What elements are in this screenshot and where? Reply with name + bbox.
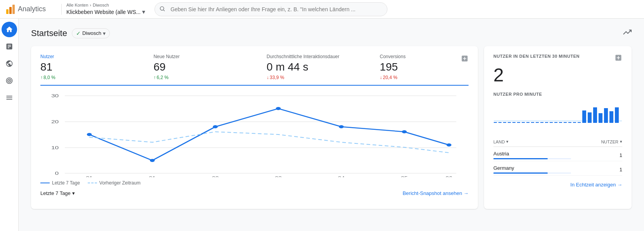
svg-text:02: 02 xyxy=(212,176,219,177)
metrics-row: Nutzer 81 ↑ 8,0 % Neue Nutzer 69 ↑ 6,2 % xyxy=(40,54,469,86)
search-area xyxy=(154,2,387,16)
breadcrumb-allkonten[interactable]: Alle Konten xyxy=(66,3,88,7)
realtime-link[interactable]: In Echtzeit anzeigen → xyxy=(493,182,622,188)
report-snapshot-link[interactable]: Bericht-Snapshot ansehen → xyxy=(403,190,469,196)
chevron-down-icon: ▾ xyxy=(142,8,145,16)
metric-conversions-change: ↓ 20,4 % xyxy=(380,75,455,80)
svg-point-24 xyxy=(402,130,407,133)
country-row-austria: Austria 1 xyxy=(493,147,622,161)
svg-text:30: 30 xyxy=(51,93,59,98)
legend-current-label: Letzte 7 Tage xyxy=(52,180,80,186)
chevron-down-icon: ▾ xyxy=(103,30,106,36)
time-selector[interactable]: Letzte 7 Tage ▾ xyxy=(40,190,75,196)
svg-point-0 xyxy=(160,7,164,10)
svg-rect-45 xyxy=(578,122,581,123)
page-badge[interactable]: ✓ Diwosch ▾ xyxy=(72,28,110,38)
chevron-down-icon: ▾ xyxy=(506,139,509,144)
page-title-left: Startseite ✓ Diwosch ▾ xyxy=(31,28,110,38)
chevron-down-icon: ▾ xyxy=(72,190,75,196)
badge-label: Diwosch xyxy=(82,30,101,36)
land-label: LAND xyxy=(493,140,505,144)
svg-rect-31 xyxy=(512,122,516,123)
analytics-logo-icon xyxy=(6,5,15,14)
logo-area: Analytics xyxy=(6,5,57,14)
svg-line-1 xyxy=(163,10,165,11)
metric-interaktion-label: Durchschnittliche Interaktionsdauer xyxy=(267,54,373,59)
metric-neue-nutzer-change: ↑ 6,2 % xyxy=(153,75,260,80)
time-selector-label: Letzte 7 Tage xyxy=(40,190,71,196)
svg-rect-42 xyxy=(564,122,567,123)
svg-rect-51 xyxy=(609,111,613,123)
chart-svg: 30 20 10 0 31 Okt. 01 Nov. 02 03 04 05 0… xyxy=(40,92,469,177)
legend-previous-label: Vorheriger Zeitraum xyxy=(99,180,141,186)
chevron-down-icon: ▾ xyxy=(620,139,622,144)
metric-neue-nutzer: Neue Nutzer 69 ↑ 6,2 % xyxy=(153,54,266,80)
svg-rect-50 xyxy=(604,108,608,123)
sidebar-item-advertising[interactable] xyxy=(2,73,17,88)
add-metric-icon[interactable] xyxy=(461,54,469,80)
down-arrow-icon: ↓ xyxy=(380,75,382,80)
up-arrow-icon: ↑ xyxy=(153,75,156,80)
check-icon: ✓ xyxy=(76,30,81,36)
svg-rect-39 xyxy=(550,122,553,123)
sidebar-item-home[interactable] xyxy=(2,22,17,37)
svg-rect-33 xyxy=(522,122,525,123)
metric-neue-nutzer-value: 69 xyxy=(153,61,260,73)
report-link-label: Bericht-Snapshot ansehen → xyxy=(403,190,469,196)
svg-rect-29 xyxy=(503,122,506,123)
col-header-land[interactable]: LAND ▾ xyxy=(493,139,509,144)
nutzer-label: NUTZER xyxy=(601,140,618,144)
country-row-germany: Germany 1 xyxy=(493,161,622,176)
svg-rect-28 xyxy=(498,122,502,123)
svg-rect-48 xyxy=(593,107,597,123)
metric-interaktion-value: 0 m 44 s xyxy=(267,61,373,73)
realtime-header-row: NUTZER IN DEN LETZTEN 30 MINUTEN xyxy=(493,54,622,63)
svg-text:06: 06 xyxy=(446,176,453,177)
metric-conversions-value: 195 xyxy=(380,61,455,73)
sidebar-item-explore[interactable] xyxy=(2,56,17,71)
svg-rect-35 xyxy=(531,122,534,123)
svg-rect-30 xyxy=(508,122,511,123)
svg-text:10: 10 xyxy=(51,145,59,150)
svg-rect-46 xyxy=(582,110,586,123)
breadcrumb: Alle Konten › Diwosch Klickbeben Website… xyxy=(66,3,145,16)
add-realtime-icon[interactable] xyxy=(614,54,622,63)
metric-conversions: Conversions 195 ↓ 20,4 % xyxy=(380,54,461,80)
logo-bar-1 xyxy=(6,9,9,14)
legend-current: Letzte 7 Tage xyxy=(40,180,80,186)
country-cell-austria: Austria xyxy=(493,151,571,159)
breadcrumb-top: Alle Konten › Diwosch xyxy=(66,3,145,7)
svg-text:20: 20 xyxy=(51,119,59,124)
svg-rect-40 xyxy=(554,122,557,123)
svg-rect-49 xyxy=(599,113,602,123)
country-table-header: LAND ▾ NUTZER ▾ xyxy=(493,137,622,147)
svg-point-19 xyxy=(87,133,92,136)
svg-rect-27 xyxy=(494,122,497,123)
property-selector[interactable]: Klickbeben Website (alle WS... ▾ xyxy=(66,8,145,16)
country-cell-germany: Germany xyxy=(493,165,571,174)
realtime-card: NUTZER IN DEN LETZTEN 30 MINUTEN 2 NUTZE… xyxy=(484,46,632,209)
page-title: Startseite xyxy=(31,28,67,38)
sidebar-item-configure[interactable] xyxy=(2,90,17,105)
sidebar xyxy=(0,19,19,231)
up-arrow-icon: ↑ xyxy=(40,75,43,80)
realtime-link-label: In Echtzeit anzeigen → xyxy=(570,182,622,188)
svg-rect-44 xyxy=(573,122,576,123)
col-header-nutzer[interactable]: NUTZER ▾ xyxy=(601,139,622,144)
search-input[interactable] xyxy=(154,2,387,16)
search-icon xyxy=(159,5,165,13)
breadcrumb-diwosch[interactable]: Diwosch xyxy=(93,3,109,7)
metric-nutzer-label: Nutzer xyxy=(40,54,147,59)
country-bar-wrap-austria xyxy=(493,158,571,159)
breadcrumb-sep: › xyxy=(90,3,91,7)
svg-point-21 xyxy=(213,125,218,128)
sidebar-item-reports[interactable] xyxy=(2,39,17,54)
app-name: Analytics xyxy=(18,5,46,13)
compare-icon[interactable] xyxy=(623,28,632,38)
legend-line-dashed xyxy=(88,183,97,183)
header-divider xyxy=(61,4,62,15)
svg-rect-52 xyxy=(615,107,619,123)
svg-point-20 xyxy=(150,159,155,162)
app-header: Analytics Alle Konten › Diwosch Klickbeb… xyxy=(0,0,644,19)
down-arrow-icon: ↓ xyxy=(267,75,269,80)
